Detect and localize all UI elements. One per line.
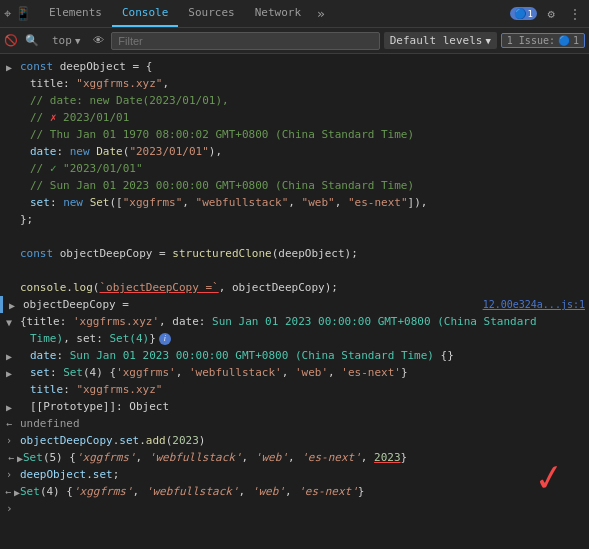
list-item: › deepObject.set; [0,466,589,483]
settings-icon[interactable]: ⚙ [541,4,561,24]
list-item [0,262,589,279]
list-item: // Sun Jan 01 2023 00:00:00 GMT+0800 (Ch… [0,177,589,194]
expand-arrow[interactable]: ▶ [6,366,16,381]
expand-arrow[interactable]: ▶ [17,451,27,466]
expand-arrow[interactable]: ▶ [6,60,16,75]
tab-elements[interactable]: Elements [39,0,112,27]
list-item: console.log(`objectDeepCopy =`, objectDe… [0,279,589,296]
list-item: date: new Date("2023/01/01"), [0,143,589,160]
more-tabs-btn[interactable]: » [311,6,331,21]
chevron-down-icon: ▼ [75,36,80,46]
devtools-tabbar: ⌖ 📱 Elements Console Sources Network » 🔵… [0,0,589,28]
list-item: ▶ const deepObject = { [0,58,589,75]
left-result-icon: ← [8,450,14,465]
left-result-icon2: ← [5,484,11,499]
expand-arrow[interactable]: ▶ [6,400,16,415]
list-item: title: "xggfrms.xyz", [0,75,589,92]
expand-arrow[interactable]: ▶ [6,349,16,364]
right-caret-icon2: › [6,467,12,482]
expand-arrow2[interactable]: ▶ [14,485,24,500]
console-output: ▶ const deepObject = { title: "xggfrms.x… [0,54,589,549]
notifications-badge[interactable]: 🔵 1 [510,7,537,20]
toolbar-right: 🔵 1 ⚙ ⋮ [510,4,585,24]
top-dropdown[interactable]: top ▼ [46,32,86,49]
list-item: ▶ objectDeepCopy = 12.00e324a...js:1 [0,296,589,313]
list-item: ← ▶ Set(4) {'xggfrms', 'webfullstack', '… [0,483,589,500]
list-item: Time), set: Set(4)}i [0,330,589,347]
list-item: ▶ set: Set(4) {'xggfrms', 'webfullstack'… [0,364,589,381]
collapse-arrow[interactable]: ▼ [6,315,16,330]
eye-icon[interactable]: 👁 [90,33,107,48]
list-item: › objectDeepCopy.set.add(2023) [0,432,589,449]
issues-button[interactable]: 1 Issue: 🔵 1 [501,33,585,48]
tab-list: Elements Console Sources Network » [39,0,510,27]
clear-console-icon[interactable]: 🚫 [4,34,18,47]
tab-sources[interactable]: Sources [178,0,244,27]
list-item: set: new Set(["xggfrms", "webfullstack",… [0,194,589,211]
list-item: ▶ [[Prototype]]: Object [0,398,589,415]
chevron-down-icon: ▼ [485,36,490,46]
filter-input[interactable] [111,32,379,50]
list-item: // date: new Date(2023/01/01), [0,92,589,109]
more-options-icon[interactable]: ⋮ [565,4,585,24]
device-icon: 📱 [15,6,31,21]
expand-arrow[interactable]: ▶ [9,298,19,313]
list-item: ← undefined [0,415,589,432]
list-item: title: "xggfrms.xyz" [0,381,589,398]
list-item: ← ▶ Set(5) {'xggfrms', 'webfullstack', '… [0,449,589,466]
levels-dropdown[interactable]: Default levels ▼ [384,32,497,49]
filter-icon[interactable]: 🔍 [22,33,42,48]
tab-console[interactable]: Console [112,0,178,27]
input-prompt-line[interactable]: › [0,500,589,517]
list-item: }; [0,211,589,228]
cursor-icon: ⌖ [4,6,11,22]
list-item: // ✓ "2023/01/01" [0,160,589,177]
right-caret-icon: › [6,433,12,448]
list-item [0,228,589,245]
list-item: // Thu Jan 01 1970 08:00:02 GMT+0800 (Ch… [0,126,589,143]
info-icon: i [159,333,171,345]
list-item: const objectDeepCopy = structuredClone(d… [0,245,589,262]
left-arrow-icon: ← [6,416,12,431]
list-item: ▶ date: Sun Jan 01 2023 00:00:00 GMT+080… [0,347,589,364]
tab-network[interactable]: Network [245,0,311,27]
issue-icon: 🔵 [558,35,570,46]
source-link[interactable]: 12.00e324a...js:1 [483,297,585,312]
console-toolbar: 🚫 🔍 top ▼ 👁 Default levels ▼ 1 Issue: 🔵 … [0,28,589,54]
list-item: ▼ {title: 'xggfrms.xyz', date: Sun Jan 0… [0,313,589,330]
prompt-icon: › [6,501,13,516]
list-item: // ✗ 2023/01/01 [0,109,589,126]
